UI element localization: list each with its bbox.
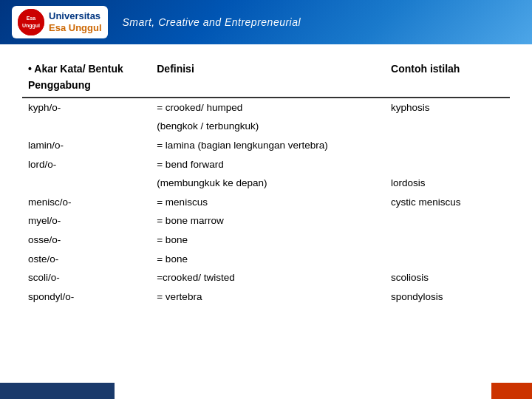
table-row: (membungkuk ke depan)lordosis — [22, 174, 510, 193]
bottom-bar-right — [491, 383, 532, 399]
bottom-bar-left — [0, 383, 115, 399]
table-row: oste/o-= bone — [22, 250, 510, 269]
table-row: scoli/o-=crooked/ twistedscoliosis — [22, 268, 510, 287]
logo-text: Universitas Esa Unggul — [49, 10, 102, 33]
cell-definisi: =crooked/ twisted — [151, 268, 385, 287]
logo-area: Esa Unggul Universitas Esa Unggul — [12, 6, 108, 38]
cell-contoh — [385, 231, 510, 250]
table-row: kyph/o-= crooked/ humpedkyphosis — [22, 98, 510, 117]
cell-contoh: scoliosis — [385, 268, 510, 287]
cell-akar: scoli/o- — [22, 268, 151, 287]
table-row: osse/o-= bone — [22, 231, 510, 250]
table-row: (bengkok / terbungkuk) — [22, 117, 510, 136]
cell-akar: osse/o- — [22, 231, 151, 250]
cell-definisi: (bengkok / terbungkuk) — [151, 117, 385, 136]
col-header-definisi: Definisi — [151, 59, 385, 98]
cell-definisi: = meniscus — [151, 193, 385, 212]
svg-point-0 — [18, 9, 44, 35]
cell-akar — [22, 174, 151, 193]
cell-akar: oste/o- — [22, 250, 151, 269]
cell-contoh — [385, 155, 510, 174]
svg-text:Esa: Esa — [27, 16, 36, 21]
col-header-akar: • Akar Kata/ Bentuk Penggabung — [22, 59, 151, 98]
cell-akar: lord/o- — [22, 155, 151, 174]
col-header-contoh: Contoh istilah — [385, 59, 510, 98]
table-row: lord/o-= bend forward — [22, 155, 510, 174]
cell-contoh — [385, 136, 510, 155]
cell-definisi: (membungkuk ke depan) — [151, 174, 385, 193]
cell-akar: myel/o- — [22, 211, 151, 231]
cell-definisi: = bend forward — [151, 155, 385, 174]
table-header-row: • Akar Kata/ Bentuk Penggabung Definisi … — [22, 59, 510, 98]
cell-contoh: lordosis — [385, 174, 510, 193]
cell-contoh: spondylosis — [385, 287, 510, 307]
svg-text:Unggul: Unggul — [22, 23, 40, 29]
tagline: Smart, Creative and Entrepreneurial — [123, 16, 301, 28]
cell-akar — [22, 117, 151, 136]
header: Esa Unggul Universitas Esa Unggul Smart,… — [0, 0, 532, 44]
cell-contoh — [385, 211, 510, 231]
cell-akar: kyph/o- — [22, 98, 151, 117]
cell-contoh: cystic meniscus — [385, 193, 510, 212]
bottom-bar — [0, 383, 532, 399]
cell-definisi: = crooked/ humped — [151, 98, 385, 117]
cell-contoh: kyphosis — [385, 98, 510, 117]
cell-definisi: = bone — [151, 231, 385, 250]
bottom-bar-mid — [115, 383, 491, 399]
table-row: myel/o-= bone marrow — [22, 211, 510, 231]
cell-akar: lamin/o- — [22, 136, 151, 155]
cell-definisi: = lamina (bagian lengkungan vertebra) — [151, 136, 385, 155]
table-row: spondyl/o-= vertebraspondylosis — [22, 287, 510, 307]
cell-definisi: = bone marrow — [151, 211, 385, 231]
cell-contoh — [385, 117, 510, 136]
cell-definisi: = vertebra — [151, 287, 385, 307]
cell-akar: menisc/o- — [22, 193, 151, 212]
content-table: • Akar Kata/ Bentuk Penggabung Definisi … — [22, 59, 510, 306]
cell-contoh — [385, 250, 510, 269]
table-row: lamin/o-= lamina (bagian lengkungan vert… — [22, 136, 510, 155]
logo-icon: Esa Unggul — [18, 9, 44, 35]
cell-definisi: = bone — [151, 250, 385, 269]
table-row: menisc/o-= meniscuscystic meniscus — [22, 193, 510, 212]
cell-akar: spondyl/o- — [22, 287, 151, 307]
main-content: • Akar Kata/ Bentuk Penggabung Definisi … — [0, 44, 532, 383]
